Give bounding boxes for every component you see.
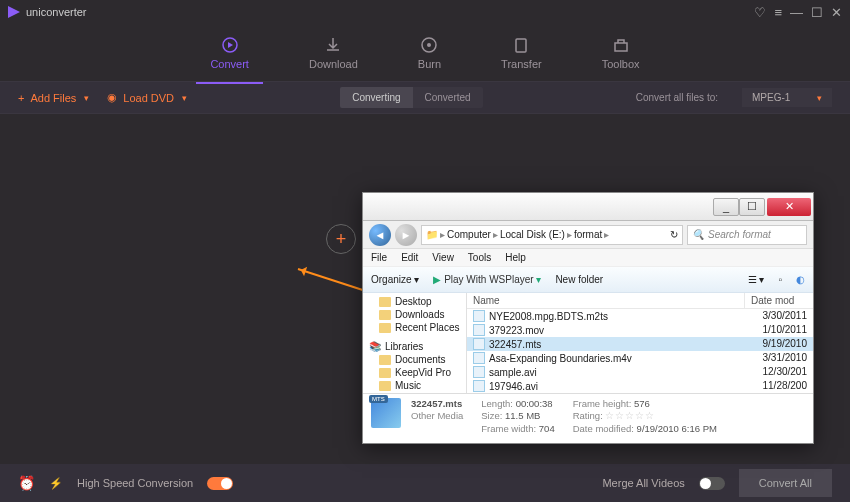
breadcrumb[interactable]: 📁 ▸ Computer▸ Local Disk (E:)▸ format▸ ↻ bbox=[421, 225, 683, 245]
file-icon bbox=[473, 352, 485, 364]
nav-toolbox[interactable]: Toolbox bbox=[602, 36, 640, 70]
back-button[interactable]: ◄ bbox=[369, 224, 391, 246]
file-row[interactable]: 322457.mts9/19/2010 bbox=[467, 337, 813, 351]
maximize-icon[interactable]: ☐ bbox=[811, 5, 823, 20]
menu-edit[interactable]: Edit bbox=[401, 252, 418, 263]
download-icon bbox=[324, 36, 342, 54]
tree-item: Documents bbox=[363, 353, 466, 366]
nav-burn[interactable]: Burn bbox=[418, 36, 441, 70]
menu-tools[interactable]: Tools bbox=[468, 252, 491, 263]
disc-icon: ◉ bbox=[107, 91, 117, 104]
svg-rect-4 bbox=[615, 43, 627, 51]
tree-item: Downloads bbox=[363, 308, 466, 321]
newfolder-button[interactable]: New folder bbox=[555, 274, 603, 285]
libraries-icon: 📚 bbox=[369, 341, 381, 352]
preview-icon[interactable]: ▫ bbox=[778, 274, 782, 285]
toolbox-icon bbox=[612, 36, 630, 54]
merge-toggle[interactable] bbox=[699, 477, 725, 490]
dialog-menu: File Edit View Tools Help bbox=[363, 249, 813, 267]
app-title: uniconverter bbox=[26, 6, 754, 18]
burn-icon bbox=[420, 36, 438, 54]
tree-item: Recent Places bbox=[363, 321, 466, 334]
search-input[interactable]: 🔍 Search format bbox=[687, 225, 807, 245]
bolt-icon: ⚡ bbox=[49, 477, 63, 490]
nav-label: Toolbox bbox=[602, 58, 640, 70]
load-dvd-button[interactable]: ◉ Load DVD ▾ bbox=[107, 91, 187, 104]
tree-libraries: 📚Libraries bbox=[363, 340, 466, 353]
convert-icon bbox=[221, 36, 239, 54]
file-icon bbox=[473, 366, 485, 378]
organize-button[interactable]: Organize ▾ bbox=[371, 274, 419, 285]
folder-icon bbox=[379, 310, 391, 320]
nav-convert[interactable]: Convert bbox=[210, 36, 249, 70]
file-icon bbox=[473, 310, 485, 322]
folder-icon bbox=[379, 381, 391, 391]
add-files-drop-button[interactable]: + bbox=[326, 224, 356, 254]
transfer-icon bbox=[512, 36, 530, 54]
nav-transfer[interactable]: Transfer bbox=[501, 36, 542, 70]
tree-item: Desktop bbox=[363, 295, 466, 308]
list-header[interactable]: NameDate mod bbox=[467, 293, 813, 309]
file-open-dialog: _ ☐ ✕ ◄ ► 📁 ▸ Computer▸ Local Disk (E:)▸… bbox=[362, 192, 814, 444]
detail-filename: 322457.mts bbox=[411, 398, 462, 409]
file-icon bbox=[473, 380, 485, 392]
nav-label: Burn bbox=[418, 58, 441, 70]
folder-icon bbox=[379, 368, 391, 378]
clock-icon[interactable]: ⏰ bbox=[18, 475, 35, 491]
folder-tree[interactable]: Desktop Downloads Recent Places 📚Librari… bbox=[363, 293, 467, 393]
dialog-titlebar: _ ☐ ✕ bbox=[363, 193, 813, 221]
svg-point-2 bbox=[427, 43, 431, 47]
close-icon[interactable]: ✕ bbox=[831, 5, 842, 20]
forward-button[interactable]: ► bbox=[395, 224, 417, 246]
file-row[interactable]: sample.avi12/30/201 bbox=[467, 365, 813, 379]
folder-icon bbox=[379, 297, 391, 307]
chevron-down-icon: ▾ bbox=[182, 93, 187, 103]
folder-icon bbox=[379, 323, 391, 333]
titlebar: uniconverter ♡ ≡ — ☐ ✕ bbox=[0, 0, 850, 24]
menu-view[interactable]: View bbox=[432, 252, 454, 263]
seg-converting[interactable]: Converting bbox=[340, 87, 412, 108]
convert-all-button[interactable]: Convert All bbox=[739, 469, 832, 497]
dialog-close-button[interactable]: ✕ bbox=[767, 198, 811, 216]
bottom-bar: ⏰ ⚡ High Speed Conversion Merge All Vide… bbox=[0, 464, 850, 502]
file-row[interactable]: 379223.mov1/10/2011 bbox=[467, 323, 813, 337]
search-icon: 🔍 bbox=[692, 229, 704, 240]
plus-icon: + bbox=[18, 92, 24, 104]
file-row[interactable]: Asa-Expanding Boundaries.m4v3/31/2010 bbox=[467, 351, 813, 365]
user-icon[interactable]: ♡ bbox=[754, 5, 766, 20]
tree-item: KeepVid Pro bbox=[363, 366, 466, 379]
file-icon bbox=[473, 324, 485, 336]
file-list: NameDate mod NYE2008.mpg.BDTS.m2ts3/30/2… bbox=[467, 293, 813, 393]
dialog-minimize-button[interactable]: _ bbox=[713, 198, 739, 216]
nav-label: Transfer bbox=[501, 58, 542, 70]
tree-item: Music bbox=[363, 379, 466, 392]
nav-download[interactable]: Download bbox=[309, 36, 358, 70]
menu-file[interactable]: File bbox=[371, 252, 387, 263]
dialog-maximize-button[interactable]: ☐ bbox=[739, 198, 765, 216]
rating-stars[interactable]: ☆☆☆☆☆ bbox=[605, 410, 655, 421]
minimize-icon[interactable]: — bbox=[790, 5, 803, 20]
file-thumbnail bbox=[371, 398, 401, 428]
chevron-down-icon: ▾ bbox=[84, 93, 89, 103]
play-button[interactable]: ▶ Play With WSPlayer ▾ bbox=[433, 274, 541, 285]
merge-label: Merge All Videos bbox=[602, 477, 684, 489]
refresh-icon[interactable]: ↻ bbox=[670, 229, 678, 240]
svg-rect-3 bbox=[516, 39, 526, 52]
seg-converted[interactable]: Converted bbox=[413, 87, 483, 108]
file-row[interactable]: NYE2008.mpg.BDTS.m2ts3/30/2011 bbox=[467, 309, 813, 323]
nav-label: Download bbox=[309, 58, 358, 70]
output-format-select[interactable]: MPEG-1 ▾ bbox=[742, 88, 832, 107]
file-row[interactable]: 197946.avi11/28/200 bbox=[467, 379, 813, 393]
add-files-button[interactable]: + Add Files ▾ bbox=[18, 92, 89, 104]
menu-help[interactable]: Help bbox=[505, 252, 526, 263]
help-icon[interactable]: ◐ bbox=[796, 274, 805, 285]
nav-label: Convert bbox=[210, 58, 249, 70]
hsc-toggle[interactable] bbox=[207, 477, 233, 490]
folder-icon: 📁 bbox=[426, 229, 438, 240]
detail-pane: 322457.mts Other Media Length: 00:00:38 … bbox=[363, 393, 813, 431]
view-icon[interactable]: ☰ ▾ bbox=[748, 274, 765, 285]
folder-icon bbox=[379, 355, 391, 365]
menu-icon[interactable]: ≡ bbox=[774, 5, 782, 20]
detail-type: Other Media bbox=[411, 410, 463, 422]
convert-all-label: Convert all files to: bbox=[636, 92, 718, 103]
